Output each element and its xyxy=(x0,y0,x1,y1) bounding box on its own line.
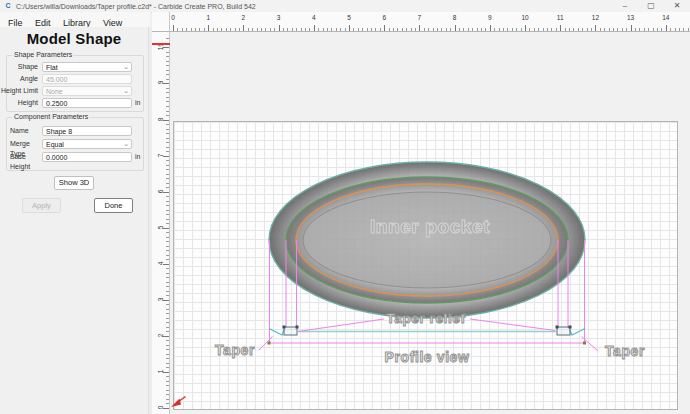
chevron-down-icon: ⌄ xyxy=(123,139,129,149)
stock-grid xyxy=(173,121,678,410)
chevron-down-icon: ⌄ xyxy=(123,62,129,72)
shape-label: Shape xyxy=(0,62,38,72)
app-icon: C xyxy=(4,2,12,10)
minimize-button[interactable]: – xyxy=(612,0,638,12)
shape-select[interactable]: Flat ⌄ xyxy=(42,62,132,72)
show-3d-button[interactable]: Show 3D xyxy=(54,176,94,190)
merge-type-value: Equal xyxy=(46,141,64,148)
height-limit-select[interactable]: None ⌄ xyxy=(42,86,132,96)
done-button[interactable]: Done xyxy=(94,198,133,213)
inner-pocket-label: Inner pocket xyxy=(370,216,490,238)
menu-bar: File Edit Library View Help xyxy=(0,12,150,27)
component-parameters-label: Component Parameters xyxy=(12,113,90,120)
maximize-button[interactable]: ▢ xyxy=(638,0,664,12)
height-unit: in xyxy=(135,98,140,108)
shape-value: Flat xyxy=(46,64,58,71)
taper-relief-label: Taper relief xyxy=(387,311,466,326)
base-height-label: Base Height xyxy=(10,152,44,172)
name-field[interactable]: Shape 8 xyxy=(42,126,132,136)
model-shape-panel: Model Shape Shape Parameters Shape Flat … xyxy=(0,27,148,414)
height-field[interactable]: 0.2500 xyxy=(42,98,132,108)
panel-title: Model Shape xyxy=(0,30,148,47)
window-title: C:/Users/willa/Downloads/Taper profile.c… xyxy=(16,3,256,10)
apply-button[interactable]: Apply xyxy=(22,198,61,213)
shape-parameters-label: Shape Parameters xyxy=(12,51,74,58)
close-button[interactable]: ✕ xyxy=(664,0,690,12)
ruler-limit-line xyxy=(152,43,170,45)
name-value: Shape 8 xyxy=(46,128,72,135)
height-limit-value: None xyxy=(46,88,63,95)
height-label: Height xyxy=(0,98,38,108)
taper-label-right: Taper xyxy=(605,343,645,359)
name-label: Name xyxy=(10,126,44,136)
merge-type-select[interactable]: Equal ⌄ xyxy=(42,139,132,149)
chevron-down-icon: ⌄ xyxy=(123,86,129,96)
base-height-field[interactable]: 0.0000 xyxy=(42,152,132,162)
angle-value: 45.000 xyxy=(46,76,67,83)
ruler-corner xyxy=(152,12,170,32)
angle-label: Angle xyxy=(0,74,38,84)
v-ruler: 109876543210 xyxy=(152,32,170,414)
height-limit-label: Height Limit xyxy=(0,86,38,96)
angle-field[interactable]: 45.000 xyxy=(42,74,132,84)
base-height-unit: in xyxy=(135,152,140,162)
base-height-value: 0.0000 xyxy=(46,154,67,161)
profile-view-label: Profile view xyxy=(384,349,469,365)
taper-label-left: Taper xyxy=(215,342,255,358)
h-ruler: 01234567891011121314 xyxy=(170,12,690,32)
height-value: 0.2500 xyxy=(46,100,67,107)
